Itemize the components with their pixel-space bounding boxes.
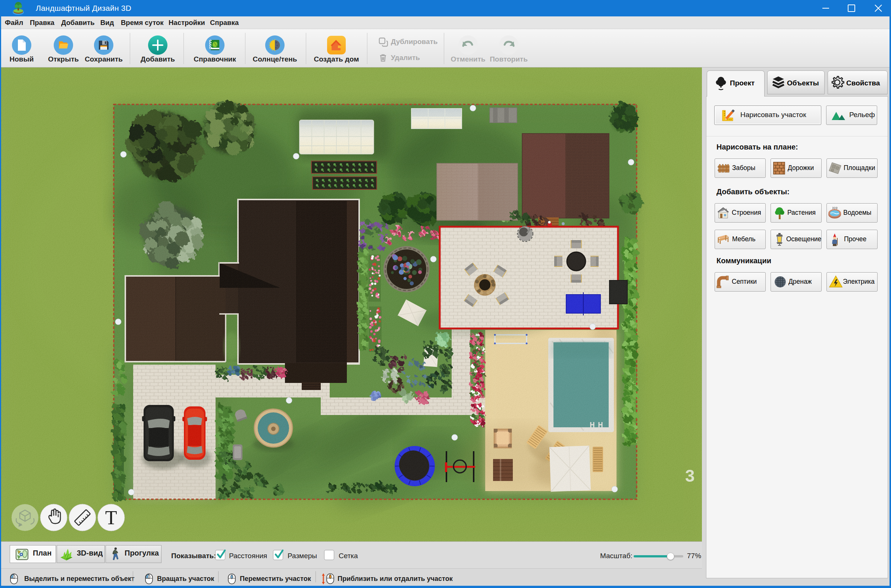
svg-text:T: T bbox=[105, 507, 117, 528]
